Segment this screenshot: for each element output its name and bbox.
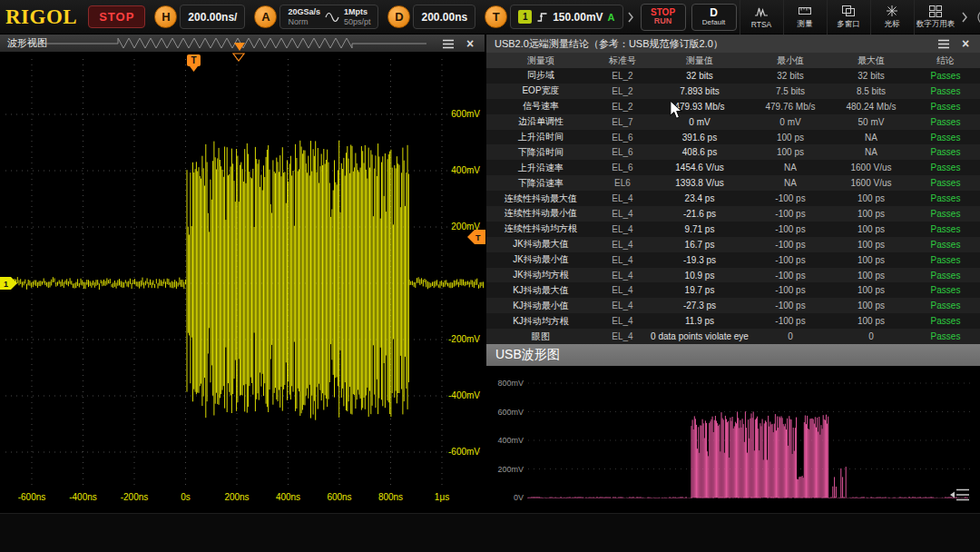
- max-value-cell: 100 ps: [831, 268, 911, 283]
- max-value-cell: 1600 V/us: [831, 175, 911, 191]
- table-row[interactable]: EOP宽度EL_27.893 bits7.5 bits8.5 bitsPasse…: [486, 84, 980, 99]
- time-per-point: 50ps/pt: [344, 17, 371, 26]
- dvm-label: 数字万用表: [916, 19, 956, 30]
- ch1-trace: [4, 141, 484, 420]
- menu-icon[interactable]: [936, 37, 951, 50]
- stop-run-button[interactable]: STOP RUN: [641, 4, 686, 31]
- trigger-position-outline-marker[interactable]: [233, 54, 244, 61]
- table-row[interactable]: 下降沿速率EL61393.8 V/usNA1600 V/usPasses: [486, 175, 980, 191]
- table-row[interactable]: JK抖动最小值EL_4-19.3 ps-100 ps100 psPasses: [486, 252, 980, 268]
- menu-icon[interactable]: [441, 37, 456, 50]
- max-value-cell: 100 ps: [831, 206, 911, 222]
- measure-item-cell: KJ抖动最大值: [486, 282, 595, 298]
- timebase-readout[interactable]: 200.00ns/: [180, 5, 245, 29]
- trigger-time-marker[interactable]: T: [187, 54, 201, 72]
- table-row[interactable]: KJ抖动最大值EL_419.7 ps-100 ps100 psPasses: [486, 282, 980, 298]
- acquisition-knob[interactable]: A: [254, 5, 277, 28]
- min-value-cell: 32 bits: [750, 68, 831, 84]
- standard-cell: EL_7: [595, 114, 650, 130]
- usb-results-title: USB2.0远端测量结论（参考：USB规范修订版2.0）: [495, 37, 723, 51]
- table-row[interactable]: KJ抖动均方根EL_411.9 ps-100 ps100 psPasses: [486, 313, 980, 329]
- dvm-button[interactable]: 数字万用表: [914, 0, 957, 34]
- table-row[interactable]: JK抖动最大值EL_416.7 ps-100 ps100 psPasses: [486, 237, 980, 252]
- rising-edge-icon: [536, 11, 548, 23]
- table-row[interactable]: 连续性抖动最大值EL_423.4 ps-100 ps100 psPasses: [486, 191, 980, 206]
- table-row[interactable]: 连续性抖动均方根EL_49.71 ps-100 ps100 psPasses: [486, 222, 980, 237]
- column-header: 最小值: [750, 53, 831, 68]
- table-row[interactable]: 眼图EL_40 data points violate eye00Passes: [486, 329, 980, 344]
- usb-plot-title: USB波形图: [495, 347, 560, 363]
- collapse-menu-icon[interactable]: [949, 487, 971, 503]
- memory-depth: 1Mpts: [344, 7, 371, 16]
- trigger-level-label: T: [475, 233, 481, 242]
- standard-cell: EL_6: [595, 144, 650, 160]
- result-cell: Passes: [911, 84, 980, 99]
- min-value-cell: -100 ps: [750, 237, 831, 252]
- min-value-cell: 479.76 Mb/s: [750, 99, 831, 114]
- x-axis-label: 1μs: [435, 492, 449, 502]
- measured-value-cell: 7.893 bits: [650, 84, 750, 99]
- close-icon[interactable]: ×: [463, 37, 477, 50]
- min-value-cell: -100 ps: [750, 206, 831, 222]
- y-axis-label: -400mV: [448, 390, 480, 400]
- standard-cell: EL_4: [595, 191, 650, 206]
- delay-readout[interactable]: 200.00ns: [413, 5, 475, 29]
- measure-item-cell: 连续性抖动均方根: [486, 222, 595, 237]
- stop-run-line2: RUN: [654, 17, 672, 26]
- measured-value-cell: 11.9 ps: [650, 313, 750, 329]
- default-label: Default: [702, 19, 725, 27]
- table-row[interactable]: 信号速率EL_2479.93 Mb/s479.76 Mb/s480.24 Mb/…: [486, 99, 980, 114]
- waveform-view-title: 波形视图: [7, 36, 47, 50]
- standard-cell: EL_6: [595, 130, 650, 145]
- y-axis-label: 600mV: [497, 408, 524, 417]
- table-row[interactable]: KJ抖动最小值EL_4-27.3 ps-100 ps100 psPasses: [486, 298, 980, 313]
- cursor-icon: [885, 5, 899, 17]
- table-row[interactable]: 同步域EL_232 bits32 bits32 bitsPasses: [486, 68, 980, 84]
- multi-window-button[interactable]: 多窗口: [827, 0, 870, 34]
- trigger-readout[interactable]: 1 150.00mV A: [510, 5, 622, 29]
- table-row[interactable]: 连续性抖动最小值EL_4-21.6 ps-100 ps100 psPasses: [486, 206, 980, 222]
- spectrum-icon: [754, 5, 769, 18]
- y-axis-label: 0V: [514, 493, 524, 502]
- max-value-cell: 0: [831, 329, 911, 344]
- measured-value-cell: 0 mV: [650, 114, 750, 130]
- min-value-cell: -100 ps: [750, 268, 831, 283]
- close-icon[interactable]: ×: [958, 37, 973, 50]
- table-row[interactable]: JK抖动均方根EL_410.9 ps-100 ps100 psPasses: [486, 268, 980, 283]
- cursor-button[interactable]: 光标: [870, 0, 914, 34]
- top-toolbar: RIGOL STOP H 200.00ns/ A 20GSa/s Norm 1M…: [0, 0, 980, 34]
- delay-knob[interactable]: D: [387, 5, 410, 28]
- table-row[interactable]: 上升沿速率EL_61454.6 V/usNA1600 V/usPasses: [486, 160, 980, 175]
- horizontal-knob[interactable]: H: [154, 5, 177, 28]
- min-value-cell: -100 ps: [750, 252, 831, 268]
- default-button[interactable]: D Default: [691, 4, 737, 31]
- system-dial-icon[interactable]: [975, 7, 980, 27]
- rtsa-button[interactable]: RTSA: [740, 0, 783, 34]
- waveform-plot[interactable]: 600mV400mV200mV-200mV-400mV-600mV-600ns-…: [0, 52, 485, 511]
- usb-results-table-wrap: 测量项标准号测量值最小值最大值结论 同步域EL_232 bits32 bits3…: [486, 53, 980, 344]
- standard-cell: EL_4: [595, 313, 650, 329]
- measure-item-cell: JK抖动最大值: [486, 237, 595, 252]
- trigger-knob[interactable]: T: [485, 5, 507, 28]
- column-header: 测量值: [650, 53, 750, 68]
- usb-waveform-plot[interactable]: 800mV600mV400mV200mV0V: [486, 366, 980, 511]
- acquisition-status-button[interactable]: STOP: [88, 5, 145, 28]
- measured-value-cell: -27.3 ps: [650, 298, 750, 313]
- measure-item-cell: 连续性抖动最小值: [486, 206, 595, 222]
- trigger-position-marker[interactable]: [234, 43, 245, 51]
- rigol-logo: RIGOL: [5, 5, 77, 29]
- measured-value-cell: 32 bits: [650, 68, 750, 84]
- measure-button[interactable]: 测量: [783, 0, 827, 34]
- measure-item-cell: EOP宽度: [486, 84, 595, 99]
- chevron-right-icon[interactable]: [961, 12, 968, 23]
- table-row[interactable]: 下降沿时间EL_6408.6 ps100 psNAPasses: [486, 144, 980, 160]
- standard-cell: EL_4: [595, 268, 650, 283]
- acquisition-readout[interactable]: 20GSa/s Norm 1Mpts 50ps/pt: [279, 5, 378, 29]
- y-axis-label: -600mV: [448, 447, 480, 457]
- standard-cell: EL_4: [595, 329, 650, 344]
- table-row[interactable]: 上升沿时间EL_6391.6 ps100 psNAPasses: [486, 130, 980, 145]
- chevron-right-icon[interactable]: [627, 12, 634, 23]
- table-row[interactable]: 边沿单调性EL_70 mV0 mV50 mVPasses: [486, 114, 980, 130]
- x-axis-label: 800ns: [378, 492, 403, 502]
- measured-value-cell: 408.6 ps: [650, 144, 750, 160]
